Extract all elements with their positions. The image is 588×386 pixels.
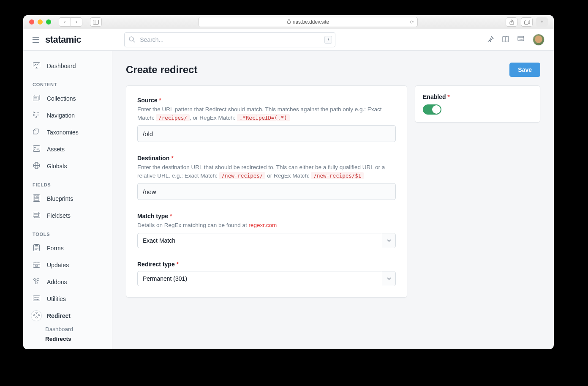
app-body: Dashboard CONTENT Collections Navigation… <box>23 51 554 349</box>
sidebar-item-utilities[interactable]: Utilities <box>23 290 112 307</box>
content-row: Source * Enter the URL pattern that Redi… <box>126 85 540 298</box>
sidebar-item-fieldsets[interactable]: Fieldsets <box>23 207 112 224</box>
sidebar-sub-dashboard[interactable]: Dashboard <box>23 324 112 334</box>
browser-window: ‹ › rias.be.ddev.site ⟳ + statamic <box>23 15 554 349</box>
sidebar-item-label: Collections <box>47 95 76 102</box>
match-type-value: Exact Match <box>138 233 382 248</box>
search-icon <box>129 36 135 44</box>
sidebar-item-blueprints[interactable]: Blueprints <box>23 190 112 207</box>
field-help-source: Enter the URL pattern that Redirect shou… <box>137 105 396 122</box>
dashboard-icon <box>33 62 40 70</box>
sidebar-item-navigation[interactable]: Navigation <box>23 107 112 124</box>
sidebar-item-label: Redirect <box>47 312 71 319</box>
svg-rect-16 <box>33 96 38 101</box>
reload-icon[interactable]: ⟳ <box>410 19 414 25</box>
save-button[interactable]: Save <box>509 63 540 77</box>
svg-rect-34 <box>33 212 38 217</box>
sidebar-heading-tools: TOOLS <box>23 224 112 240</box>
book-icon <box>502 36 509 42</box>
sidebar-item-taxonomies[interactable]: Taxonomies <box>23 124 112 141</box>
chevron-right-icon: › <box>76 19 77 25</box>
search-input[interactable] <box>124 32 335 47</box>
sidebar-item-label: Forms <box>47 245 64 252</box>
sidebar-item-globals[interactable]: Globals <box>23 158 112 175</box>
destination-input[interactable] <box>137 183 396 200</box>
blueprints-icon <box>33 194 40 203</box>
sidebar-sub-redirects[interactable]: Redirects <box>23 334 112 344</box>
field-match-type: Match type * Details on RegEx matching c… <box>137 213 396 248</box>
sidebar-item-label: Dashboard <box>47 63 76 69</box>
assets-icon <box>33 145 40 153</box>
traffic-lights <box>29 19 51 25</box>
match-type-select[interactable]: Exact Match <box>137 233 396 248</box>
window-maximize-button[interactable] <box>46 19 51 25</box>
regexr-link[interactable]: regexr.com <box>248 222 277 228</box>
side-card: Enabled * <box>415 85 540 123</box>
address-bar[interactable]: rias.be.ddev.site ⟳ <box>198 17 418 27</box>
browser-sidebar-button[interactable] <box>90 17 102 27</box>
svg-point-45 <box>33 279 35 281</box>
hamburger-icon <box>33 37 39 43</box>
svg-rect-13 <box>33 63 40 67</box>
svg-point-47 <box>35 282 37 284</box>
field-label-redirect-type: Redirect type * <box>137 261 396 268</box>
new-tab-button[interactable]: + <box>536 17 548 27</box>
svg-rect-57 <box>35 317 37 318</box>
svg-point-46 <box>37 279 39 281</box>
source-input[interactable] <box>137 125 396 142</box>
svg-rect-25 <box>33 146 40 152</box>
svg-rect-32 <box>37 196 39 197</box>
svg-rect-31 <box>34 196 36 198</box>
browser-chrome: ‹ › rias.be.ddev.site ⟳ + <box>23 15 554 29</box>
menu-toggle-button[interactable] <box>33 37 39 43</box>
field-help-destination: Enter the destination URL that should be… <box>137 163 396 180</box>
field-label-destination: Destination * <box>137 155 396 162</box>
pin-icon <box>487 36 494 42</box>
enabled-toggle[interactable] <box>423 104 441 115</box>
sidebar-item-label: Assets <box>47 146 65 153</box>
sidebar-item-label: Updates <box>47 262 69 268</box>
svg-rect-56 <box>35 312 37 314</box>
sidebar-item-updates[interactable]: Updates <box>23 257 112 274</box>
tabs-button[interactable] <box>521 17 533 27</box>
svg-rect-58 <box>33 314 35 316</box>
sidebar-item-label: Taxonomies <box>47 129 79 136</box>
browser-forward-button[interactable]: › <box>71 17 82 27</box>
avatar[interactable] <box>533 34 544 46</box>
field-destination: Destination * Enter the destination URL … <box>137 155 396 200</box>
window-close-button[interactable] <box>29 19 34 25</box>
sidebar-heading-fields: FIELDS <box>23 175 112 190</box>
sidebar-item-addons[interactable]: Addons <box>23 274 112 290</box>
required-indicator: * <box>177 261 179 268</box>
sidebar-item-dashboard[interactable]: Dashboard <box>23 57 112 74</box>
sidebar-item-forms[interactable]: Forms <box>23 240 112 257</box>
site-icon: .com <box>517 36 524 42</box>
chevron-down-icon <box>382 233 395 248</box>
sidebar-item-assets[interactable]: Assets <box>23 141 112 158</box>
share-icon <box>509 19 514 25</box>
redirect-type-value: Permanent (301) <box>138 271 382 286</box>
sidebar-item-label: Blueprints <box>47 195 73 202</box>
field-label-enabled: Enabled * <box>423 93 532 100</box>
redirect-type-select[interactable]: Permanent (301) <box>137 271 396 286</box>
sidebar-item-redirect[interactable]: Redirect <box>23 307 112 324</box>
svg-rect-44 <box>35 265 38 266</box>
share-button[interactable] <box>506 17 517 27</box>
panel-icon <box>93 20 99 25</box>
sidebar-item-collections[interactable]: Collections <box>23 90 112 107</box>
sidebar-item-label: Addons <box>47 279 67 285</box>
svg-point-20 <box>33 115 34 116</box>
page-header: Create redirect Save <box>126 63 540 77</box>
browser-back-button[interactable]: ‹ <box>59 17 71 27</box>
logo[interactable]: statamic <box>45 34 81 45</box>
globals-icon <box>33 162 40 170</box>
svg-rect-59 <box>38 314 39 316</box>
pin-button[interactable] <box>487 36 494 44</box>
window-minimize-button[interactable] <box>38 19 43 25</box>
site-button[interactable]: .com <box>517 36 524 44</box>
sidebar-item-label: Globals <box>47 163 67 170</box>
svg-point-19 <box>33 112 34 113</box>
main-card: Source * Enter the URL pattern that Redi… <box>126 85 407 298</box>
required-indicator: * <box>170 213 172 219</box>
docs-button[interactable] <box>502 36 509 44</box>
